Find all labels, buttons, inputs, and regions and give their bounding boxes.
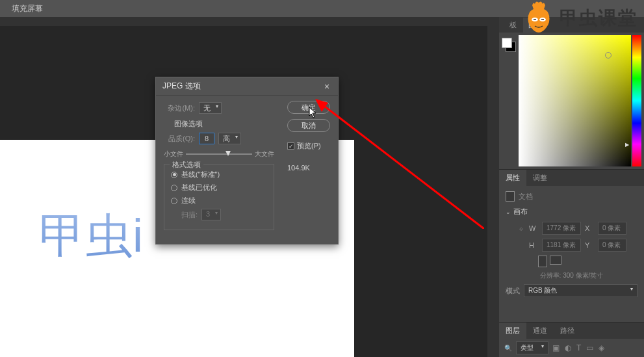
fg-bg-swatch[interactable] bbox=[502, 38, 516, 52]
quality-preset-select[interactable]: 高 ▾ bbox=[218, 133, 241, 144]
right-panel: 板 图 属性 调整 文档 ⌄ 画布 bbox=[499, 17, 644, 357]
radio-optimized[interactable]: 基线已优化 bbox=[171, 183, 267, 192]
tab-channels[interactable]: 通道 bbox=[526, 323, 554, 339]
format-options-legend: 格式选项 bbox=[170, 160, 203, 170]
quality-label: 品质(Q): bbox=[164, 134, 195, 144]
color-picker bbox=[499, 33, 644, 169]
scans-label: 扫描: bbox=[181, 210, 198, 220]
dialog-title-text: JPEG 选项 bbox=[162, 81, 201, 92]
small-file-label: 小文件 bbox=[164, 150, 183, 159]
orientation-landscape-icon[interactable] bbox=[550, 256, 561, 265]
filter-shape-icon[interactable]: ▭ bbox=[586, 343, 593, 352]
mode-label: 模式 bbox=[506, 286, 520, 296]
canvas-sample-text: 甲虫i bbox=[39, 205, 143, 267]
link-icon[interactable]: ⟐ bbox=[517, 225, 525, 232]
tab-properties[interactable]: 属性 bbox=[499, 170, 526, 186]
resolution-text: 分辨率: 300 像素/英寸 bbox=[506, 271, 638, 280]
tab-image[interactable]: 图 bbox=[523, 18, 541, 33]
filter-smart-icon[interactable]: ◈ bbox=[599, 343, 604, 352]
filter-type-icon[interactable]: T bbox=[576, 343, 581, 352]
menu-fill-screen[interactable]: 填充屏幕 bbox=[6, 3, 48, 14]
checkbox-icon: ✓ bbox=[287, 142, 294, 150]
layer-filter-select[interactable]: 类型 ▾ bbox=[516, 341, 548, 354]
y-field[interactable]: 0 像素 bbox=[598, 239, 626, 252]
y-label: Y bbox=[585, 241, 594, 249]
jpeg-options-dialog: JPEG 选项 × 杂边(M): 无 ▾ 图像选项 品质(Q): 高 ▾ 小文件… bbox=[155, 77, 339, 245]
chevron-down-icon: ▾ bbox=[630, 286, 633, 292]
color-field-cursor[interactable] bbox=[605, 52, 612, 59]
height-field[interactable]: 1181 像素 bbox=[542, 239, 581, 252]
large-file-label: 大文件 bbox=[255, 150, 274, 159]
ok-button[interactable]: 确定 bbox=[287, 101, 330, 114]
x-label: X bbox=[585, 224, 594, 232]
tab-paths[interactable]: 路径 bbox=[554, 323, 581, 339]
document-label: 文档 bbox=[519, 192, 533, 202]
file-size-text: 104.9K bbox=[287, 164, 310, 172]
image-options-label: 图像选项 bbox=[174, 119, 274, 129]
quality-slider[interactable] bbox=[186, 153, 252, 155]
menubar: 填充屏幕 bbox=[0, 0, 644, 17]
matte-select[interactable]: 无 ▾ bbox=[199, 102, 222, 114]
filter-image-icon[interactable]: ▣ bbox=[552, 343, 560, 352]
close-icon[interactable]: × bbox=[322, 82, 331, 91]
radio-progressive[interactable]: 连续 bbox=[171, 196, 267, 205]
cancel-button[interactable]: 取消 bbox=[287, 119, 330, 132]
document-icon bbox=[506, 191, 515, 202]
matte-label: 杂边(M): bbox=[164, 103, 195, 113]
tab-board[interactable]: 板 bbox=[504, 18, 522, 33]
radio-icon bbox=[171, 172, 177, 178]
dialog-titlebar[interactable]: JPEG 选项 × bbox=[156, 77, 338, 96]
orientation-portrait-icon[interactable] bbox=[538, 256, 547, 267]
layers-panel: 图层 通道 路径 🔍 类型 ▾ ▣ ◐ T ▭ ◈ bbox=[499, 322, 644, 357]
tab-adjust[interactable]: 调整 bbox=[526, 170, 554, 186]
slider-handle[interactable] bbox=[225, 151, 231, 156]
format-options-fieldset: 格式选项 基线("标准") 基线已优化 连续 扫描: 3 ▾ bbox=[164, 164, 274, 230]
scans-select: 3 ▾ bbox=[201, 209, 221, 220]
x-field[interactable]: 0 像素 bbox=[598, 222, 626, 235]
chevron-down-icon: ▾ bbox=[216, 103, 218, 109]
color-field[interactable] bbox=[519, 35, 631, 166]
radio-icon bbox=[171, 198, 177, 204]
hue-slider[interactable] bbox=[632, 35, 641, 166]
preview-checkbox[interactable]: ✓ 预览(P) bbox=[287, 141, 321, 151]
radio-baseline[interactable]: 基线("标准") bbox=[171, 170, 267, 179]
fg-color-swatch[interactable] bbox=[502, 38, 512, 48]
quality-input[interactable] bbox=[199, 133, 214, 144]
chevron-down-icon: ⌄ bbox=[506, 209, 511, 215]
search-icon[interactable]: 🔍 bbox=[504, 345, 512, 352]
height-label: H bbox=[529, 241, 538, 249]
radio-icon bbox=[171, 185, 177, 191]
chevron-down-icon: ▾ bbox=[235, 134, 238, 140]
width-field[interactable]: 1772 像素 bbox=[542, 222, 581, 235]
properties-panel: 属性 调整 文档 ⌄ 画布 ⟐ W 1772 像素 X 0 像素 H 11 bbox=[499, 169, 644, 302]
tab-layers[interactable]: 图层 bbox=[499, 323, 526, 339]
color-mode-select[interactable]: RGB 颜色 ▾ bbox=[524, 284, 638, 297]
width-label: W bbox=[529, 224, 538, 232]
color-panel-tabs: 板 图 bbox=[499, 17, 644, 33]
canvas-section-header[interactable]: ⌄ 画布 bbox=[506, 207, 638, 217]
filter-adjust-icon[interactable]: ◐ bbox=[565, 343, 571, 352]
